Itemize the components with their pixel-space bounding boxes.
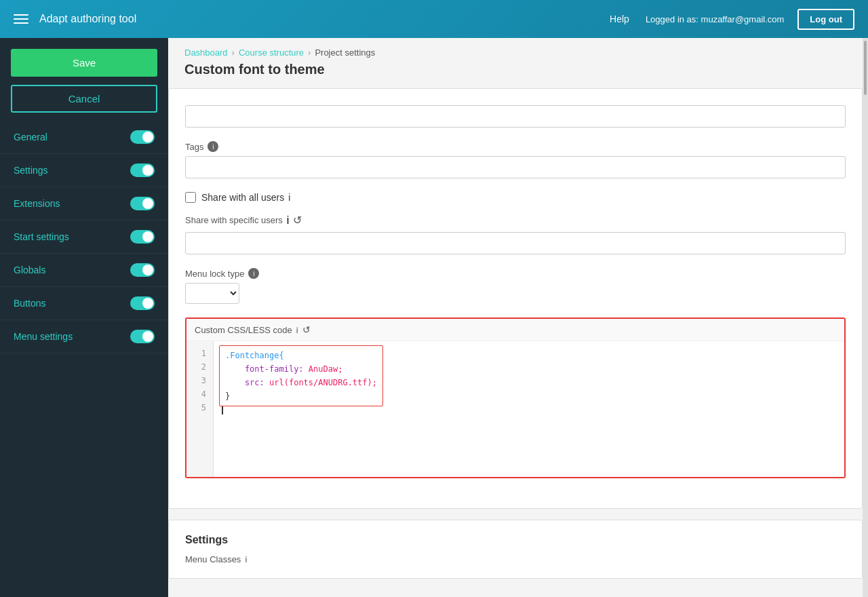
top-input[interactable] xyxy=(185,105,846,128)
sidebar-item-label: Menu settings xyxy=(14,331,73,342)
tags-group: Tags i xyxy=(185,141,846,178)
sidebar-item-start-settings[interactable]: Start settings xyxy=(0,220,168,254)
sidebar-item-globals[interactable]: Globals xyxy=(0,254,168,287)
settings-toggle[interactable] xyxy=(130,163,155,177)
menu-lock-type-label: Menu lock type i xyxy=(185,268,846,279)
code-editor-header: Custom CSS/LESS code i ↺ xyxy=(186,319,844,341)
menu-lock-type-select[interactable] xyxy=(185,283,239,304)
menu-lock-type-info-icon[interactable]: i xyxy=(248,268,259,279)
scroll-thumb[interactable] xyxy=(864,41,867,95)
css-less-info-icon[interactable]: i xyxy=(296,325,298,335)
sidebar-item-label: Buttons xyxy=(14,298,45,309)
code-editor-container: Custom CSS/LESS code i ↺ 1 2 3 4 xyxy=(185,317,846,478)
menu-lock-type-group: Menu lock type i xyxy=(185,268,846,304)
code-line-2: font-family: AnuDaw; xyxy=(225,362,377,376)
menu-settings-toggle[interactable] xyxy=(130,330,155,343)
share-all-users-checkbox[interactable] xyxy=(185,192,196,203)
main-section-card: Tags i Share with all users i xyxy=(168,88,863,509)
hamburger-menu[interactable] xyxy=(14,14,28,24)
sidebar-item-buttons[interactable]: Buttons xyxy=(0,287,168,320)
menu-classes-label: Menu Classes i xyxy=(185,554,846,564)
cancel-button[interactable]: Cancel xyxy=(11,85,157,113)
tags-input[interactable] xyxy=(185,156,846,178)
tags-label: Tags i xyxy=(185,141,846,152)
sidebar-item-label: General xyxy=(14,132,47,142)
breadcrumb-sep1: › xyxy=(232,47,235,58)
breadcrumb-course-structure[interactable]: Course structure xyxy=(239,47,304,58)
sidebar-item-settings[interactable]: Settings xyxy=(0,154,168,187)
share-specific-input[interactable] xyxy=(185,232,846,254)
globals-toggle[interactable] xyxy=(130,263,155,277)
share-all-users-info-icon[interactable]: i xyxy=(288,192,290,203)
help-link[interactable]: Help xyxy=(610,14,629,24)
sidebar-item-general[interactable]: General xyxy=(0,121,168,154)
main-layout: Save Cancel General Settings Extensions … xyxy=(0,38,868,597)
settings-section-title: Settings xyxy=(185,534,846,546)
logged-in-label: Logged in as: muzaffar@gmail.com xyxy=(646,14,784,24)
breadcrumb-dashboard[interactable]: Dashboard xyxy=(184,47,228,58)
sidebar-item-label: Extensions xyxy=(14,198,60,209)
buttons-toggle[interactable] xyxy=(130,296,155,310)
code-content[interactable]: .Fontchange{ font-family: AnuDaw; src: u… xyxy=(214,341,844,477)
sidebar-item-label: Globals xyxy=(14,265,45,275)
breadcrumb-current: Project settings xyxy=(315,47,375,58)
code-editor-body: 1 2 3 4 5 .Fo xyxy=(186,341,844,477)
extensions-toggle[interactable] xyxy=(130,197,155,210)
menu-classes-info-icon[interactable]: i xyxy=(245,554,247,564)
top-input-group xyxy=(185,105,846,128)
sidebar-item-label: Start settings xyxy=(14,231,69,242)
share-all-users-label: Share with all users i xyxy=(201,192,290,203)
general-toggle[interactable] xyxy=(130,130,155,144)
content-area: Dashboard › Course structure › Project s… xyxy=(168,38,863,597)
breadcrumb-sep2: › xyxy=(308,47,311,58)
logout-button[interactable]: Log out xyxy=(797,9,854,30)
share-specific-group: Share with specific users i ↺ xyxy=(185,214,846,254)
sidebar-item-label: Settings xyxy=(14,165,48,176)
code-line-3: src: url(fonts/ANUDRG.ttf); xyxy=(225,376,377,389)
share-specific-label: Share with specific users xyxy=(185,215,283,225)
share-specific-info-icon[interactable]: i xyxy=(287,214,290,227)
sidebar: Save Cancel General Settings Extensions … xyxy=(0,38,168,597)
app-title: Adapt authoring tool xyxy=(39,13,610,25)
css-less-label: Custom CSS/LESS code xyxy=(195,325,292,335)
page-title: Custom font to theme xyxy=(168,62,863,88)
share-specific-refresh-icon[interactable]: ↺ xyxy=(293,214,302,227)
settings-section-card: Settings Menu Classes i xyxy=(168,520,863,579)
share-specific-label-row: Share with specific users i ↺ xyxy=(185,214,846,227)
vertical-scrollbar[interactable] xyxy=(863,38,868,597)
line-numbers: 1 2 3 4 5 xyxy=(186,341,214,477)
navbar: Adapt authoring tool Help Logged in as: … xyxy=(0,0,868,38)
code-highlight-box: .Fontchange{ font-family: AnuDaw; src: u… xyxy=(219,345,383,406)
sidebar-item-extensions[interactable]: Extensions xyxy=(0,187,168,220)
save-button[interactable]: Save xyxy=(11,49,157,77)
tags-info-icon[interactable]: i xyxy=(208,141,218,152)
start-settings-toggle[interactable] xyxy=(130,230,155,244)
css-less-group: Custom CSS/LESS code i ↺ 1 2 3 4 xyxy=(185,317,846,478)
breadcrumb: Dashboard › Course structure › Project s… xyxy=(168,38,863,62)
sidebar-item-menu-settings[interactable]: Menu settings xyxy=(0,320,168,353)
share-all-users-row: Share with all users i xyxy=(185,192,846,203)
code-line-4: } xyxy=(225,389,377,403)
code-line-1: .Fontchange{ xyxy=(225,349,377,362)
css-less-refresh-icon[interactable]: ↺ xyxy=(302,324,311,335)
